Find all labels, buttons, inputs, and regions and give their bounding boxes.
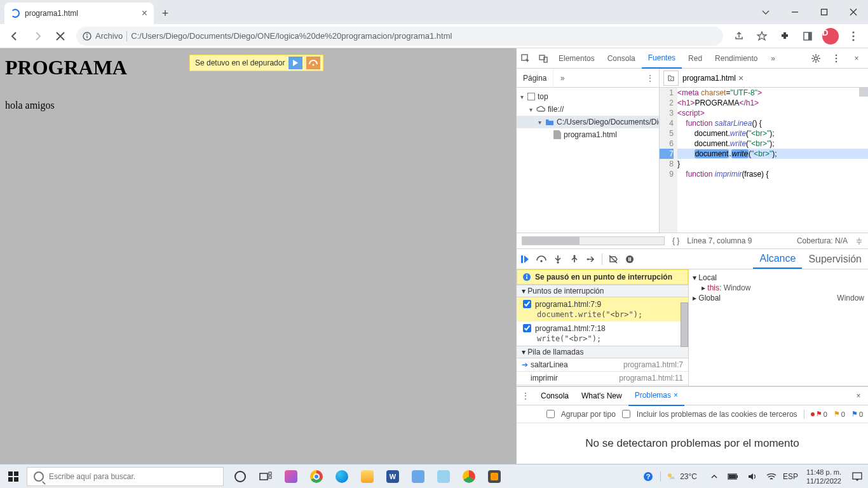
tab-fuentes[interactable]: Fuentes [642, 48, 682, 69]
svg-point-8 [852, 39, 854, 41]
breakpoints-section[interactable]: ▾ Puntos de interrupción [517, 285, 688, 297]
menu-kebab-icon[interactable] [843, 25, 864, 47]
task-view-icon[interactable] [253, 464, 278, 489]
breakpoint-checkbox[interactable] [523, 300, 531, 308]
tray-clock[interactable]: 11:48 p. m. 11/12/2022 [803, 468, 845, 485]
resume-button[interactable] [517, 249, 533, 269]
drawer-menu-icon[interactable]: ⋮ [517, 386, 534, 406]
drawer-tab-whatsnew[interactable]: What's New [575, 386, 628, 406]
svg-point-6 [852, 31, 854, 33]
include-cookies-checkbox[interactable]: Incluir los problemas de las cookies de … [622, 410, 797, 419]
collapse-icon[interactable] [855, 237, 863, 245]
tray-language[interactable]: ESP [783, 472, 797, 481]
browser-tab[interactable]: programa1.html × [4, 3, 154, 24]
overlay-resume-button[interactable] [288, 57, 302, 69]
app-icon-explorer[interactable] [355, 464, 380, 489]
page-text: hola amigos [5, 100, 511, 111]
device-toggle-icon[interactable] [534, 48, 552, 69]
app-icon-snip[interactable] [278, 464, 304, 489]
svg-rect-17 [521, 255, 523, 263]
inspect-element-icon[interactable] [517, 48, 534, 69]
code-editor[interactable]: 123 456 7 89 <meta charset="UTF-8"> <h1>… [660, 88, 868, 233]
tray-battery-icon[interactable] [726, 473, 740, 480]
app-icon-sublime[interactable] [482, 464, 507, 489]
tab-consola[interactable]: Consola [601, 48, 642, 69]
app-icon-generic1[interactable] [405, 464, 431, 489]
scrollbar-thumb[interactable] [681, 302, 688, 347]
app-icon-generic2[interactable] [431, 464, 456, 489]
weather-widget[interactable]: 23°C [660, 471, 702, 482]
extensions-icon[interactable] [774, 25, 796, 47]
taskbar-search[interactable]: Escribe aquí para buscar. [27, 467, 224, 486]
pause-on-exceptions-button[interactable] [621, 249, 638, 269]
drawer-tab-consola[interactable]: Consola [534, 386, 575, 406]
new-tab-button[interactable]: + [156, 4, 174, 22]
devtools-menu-icon[interactable] [827, 48, 845, 69]
tray-chevron-icon[interactable] [707, 473, 721, 480]
tray-notifications-icon[interactable] [850, 472, 864, 481]
tab-rendimiento[interactable]: Rendimiento [709, 48, 764, 69]
subtab-overflow-icon[interactable]: » [553, 68, 571, 88]
file-nav-icon[interactable] [663, 71, 679, 86]
app-icon-chrome2[interactable] [456, 464, 482, 489]
tab-red[interactable]: Red [682, 48, 709, 69]
bookmark-star-icon[interactable] [751, 25, 773, 47]
tray-volume-icon[interactable] [745, 472, 759, 481]
start-button[interactable] [0, 464, 27, 489]
step-button[interactable] [583, 249, 599, 269]
tray-help-icon[interactable]: ? [641, 471, 655, 482]
svg-text:?: ? [646, 473, 651, 480]
svg-point-18 [540, 260, 542, 262]
deactivate-breakpoints-button[interactable] [605, 249, 621, 269]
share-button[interactable] [728, 25, 750, 47]
scroll-indicator [859, 88, 868, 97]
breakpoint-checkbox[interactable] [523, 324, 531, 332]
tab-elementos[interactable]: Elementos [552, 48, 601, 69]
app-icon-word[interactable]: W [380, 464, 405, 489]
tabs-overflow-icon[interactable]: » [764, 48, 782, 69]
window-maximize-button[interactable] [810, 3, 839, 22]
debugger-controls: Alcance Supervisión [517, 249, 868, 269]
callstack-section[interactable]: ▾ Pila de llamadas [517, 346, 688, 358]
app-icon-edge[interactable] [329, 464, 355, 489]
subtab-menu-icon[interactable]: ⋮ [641, 68, 659, 88]
drawer-tab-problemas[interactable]: Problemas× [628, 386, 684, 406]
address-bar[interactable]: Archivo C:/Users/Diego/Documents/Diego/O… [76, 27, 723, 46]
window-minimize-button[interactable] [780, 3, 810, 22]
profile-button[interactable]: D [820, 25, 841, 47]
subtab-alcance[interactable]: Alcance [753, 250, 802, 269]
nav-forward-button[interactable] [27, 25, 48, 47]
filetree-scrollbar[interactable] [522, 236, 665, 245]
window-close-button[interactable] [839, 3, 868, 22]
step-out-button[interactable] [566, 249, 583, 269]
callstack-frame[interactable]: ➔saltarLineaprograma1.html:7 [517, 358, 688, 372]
sources-subtabs: Página » ⋮ programa1.html × [517, 69, 868, 88]
url-path: C:/Users/Diego/Documents/Diego/ONE/logic… [131, 31, 452, 41]
subtab-pagina[interactable]: Página [517, 69, 553, 88]
subtab-supervision[interactable]: Supervisión [802, 250, 868, 269]
overlay-step-button[interactable] [306, 57, 320, 69]
step-over-button[interactable] [533, 249, 550, 269]
file-tree[interactable]: top file:// C:/Users/Diego/Documents/Die… [517, 88, 660, 233]
weather-icon [666, 471, 677, 482]
callstack-frame[interactable]: imprimirprograma1.html:11 [517, 372, 688, 385]
nav-back-button[interactable] [4, 25, 25, 47]
cortana-icon[interactable] [227, 464, 253, 489]
drawer-close-icon[interactable]: × [849, 391, 868, 400]
breakpoint-item[interactable]: programa1.html:7:18 write("<br>"); [517, 322, 688, 346]
tab-close-icon[interactable]: × [142, 8, 147, 19]
side-panel-icon[interactable] [797, 25, 818, 47]
tray-wifi-icon[interactable] [764, 473, 778, 480]
breakpoint-item[interactable]: programa1.html:7:9 document.write("<br>"… [517, 297, 688, 322]
chevron-down-icon[interactable] [751, 3, 780, 22]
devtools-settings-icon[interactable] [807, 48, 825, 69]
nav-stop-button[interactable] [50, 25, 71, 47]
browser-titlebar: programa1.html × + [0, 0, 868, 24]
app-icon-chrome[interactable] [304, 464, 329, 489]
group-by-type-checkbox[interactable]: Agrupar por tipo [546, 410, 616, 419]
svg-point-21 [587, 258, 589, 260]
step-into-button[interactable] [550, 249, 566, 269]
open-file-tab[interactable]: programa1.html × [682, 73, 743, 83]
devtools-close-icon[interactable]: × [848, 48, 865, 69]
close-file-icon[interactable]: × [738, 73, 743, 83]
